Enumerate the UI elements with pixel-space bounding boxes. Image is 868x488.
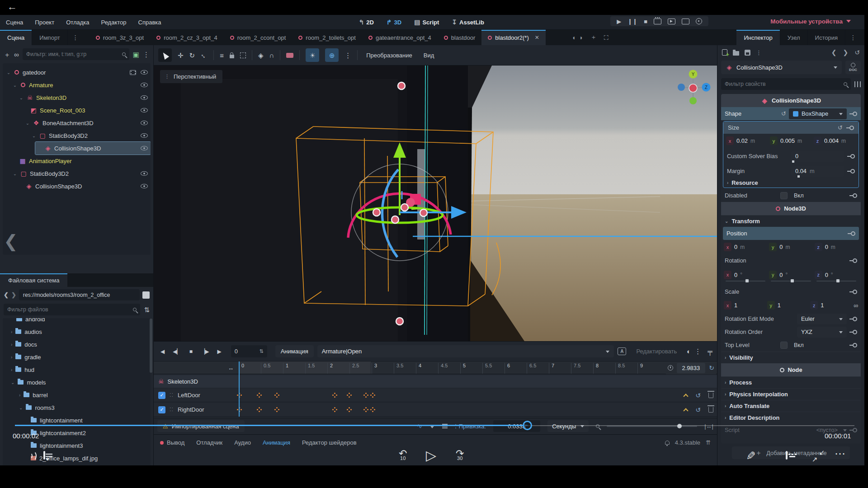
file-lamps-dif[interactable]: 2_office_lamps_dif.jpg bbox=[3, 452, 151, 465]
sun-toggle-button[interactable]: ☀ bbox=[306, 48, 319, 62]
size-x-field[interactable]: x0.02m bbox=[726, 136, 768, 145]
folder-gradle[interactable]: ›gradle bbox=[3, 351, 151, 363]
menu-project[interactable]: Проект bbox=[29, 19, 60, 26]
view-menu[interactable]: Вид bbox=[421, 52, 437, 59]
tab-filesystem[interactable]: Файловая система bbox=[0, 273, 67, 287]
shrink-icon[interactable]: ↙ ↗ bbox=[812, 450, 825, 463]
snap-value-box[interactable] bbox=[493, 420, 540, 432]
history-back-icon[interactable]: ❮ bbox=[831, 49, 837, 56]
tree-node-skeleton3d[interactable]: ⌄☠Skeleton3D bbox=[3, 91, 151, 104]
folder-audios[interactable]: ›audios bbox=[3, 325, 151, 338]
tree-node-gatedoor[interactable]: ⌄gatedoor bbox=[3, 66, 151, 79]
visibility-eye-icon[interactable] bbox=[141, 121, 148, 125]
key-icon[interactable] bbox=[849, 258, 857, 263]
shape-value-dropdown[interactable]: BoxShape bbox=[789, 108, 847, 119]
axis-x-ball[interactable] bbox=[689, 84, 697, 92]
tab-node[interactable]: Узел bbox=[780, 30, 808, 45]
keyframe-area[interactable] bbox=[154, 403, 717, 416]
timeline-ruler[interactable]: ↔ 00.511.522.533.544.555.566.577.588.59 bbox=[154, 361, 717, 374]
rotation-y-field[interactable]: y0° bbox=[769, 271, 812, 282]
inspector-dock-menu-icon[interactable]: ⋮ bbox=[845, 30, 861, 45]
anim-time-spinbox[interactable]: ⇅ bbox=[231, 345, 267, 357]
keyframe-icon[interactable] bbox=[349, 409, 350, 410]
position-x-field[interactable]: x0m bbox=[724, 243, 767, 251]
key-icon[interactable] bbox=[849, 193, 857, 197]
editor-description-group[interactable]: ›Editor Description bbox=[721, 412, 861, 423]
scene-dock-menu-icon[interactable]: ⋮ bbox=[68, 30, 83, 45]
axis-neg-y-ball[interactable] bbox=[689, 97, 697, 104]
scale-tool-icon[interactable]: ↔ bbox=[199, 50, 209, 60]
close-icon[interactable]: ✕ bbox=[535, 34, 539, 41]
lock-icon[interactable] bbox=[230, 55, 234, 58]
anim-menu-icon[interactable]: ⋮ bbox=[694, 348, 701, 355]
menu-scene[interactable]: Сцена bbox=[0, 19, 29, 26]
axis-neg-ball[interactable] bbox=[678, 84, 685, 91]
wrap-mode-icon[interactable]: ↺ bbox=[695, 406, 701, 413]
viewport-menu-icon[interactable]: ⋮ bbox=[165, 76, 170, 78]
anim-time-input[interactable] bbox=[235, 348, 259, 355]
folder-android[interactable]: android bbox=[3, 318, 151, 325]
visibility-eye-icon[interactable] bbox=[141, 184, 148, 188]
scene-tab[interactable]: room_2_ccont_opt bbox=[224, 30, 292, 45]
tab-forward-icon[interactable]: ◗ bbox=[579, 34, 583, 41]
scene-tab[interactable]: room_2_cz_3_opt_4 bbox=[150, 30, 224, 45]
rotation-edit-mode-dropdown[interactable]: Euler bbox=[797, 314, 847, 324]
anim-length-value[interactable]: 2.9833 bbox=[677, 363, 706, 373]
link-scale-icon[interactable]: ∞ bbox=[854, 302, 858, 309]
anim-step-fwd-icon[interactable]: ▕▶ bbox=[198, 348, 211, 355]
spin-arrows-icon[interactable]: ⇅ bbox=[259, 348, 263, 354]
keyframe-icon[interactable] bbox=[259, 409, 260, 410]
add-scene-icon[interactable]: ＋ bbox=[590, 33, 597, 42]
key-icon[interactable] bbox=[849, 330, 857, 334]
scene-tab[interactable]: gateaentrance_opt_4 bbox=[362, 30, 438, 45]
attach-script-icon[interactable]: ▣ bbox=[133, 51, 139, 58]
keyframe-area[interactable] bbox=[154, 389, 717, 402]
snap-magnet-icon[interactable]: ∩ bbox=[269, 52, 274, 59]
anim-play-icon[interactable]: ▶ bbox=[215, 348, 223, 355]
workspace-3d-button[interactable]: ↱3D bbox=[382, 18, 406, 27]
expand-icon[interactable]: ⛶ bbox=[604, 34, 609, 42]
visibility-eye-icon[interactable] bbox=[141, 108, 148, 113]
menu-help[interactable]: Справка bbox=[132, 19, 167, 26]
play-custom-scene-button[interactable] bbox=[682, 19, 689, 24]
add-node-icon[interactable]: ＋ bbox=[4, 51, 10, 58]
key-icon[interactable] bbox=[847, 154, 855, 158]
stop-button[interactable]: ■ bbox=[644, 19, 647, 24]
animation-name-dropdown[interactable]: Armature|Open bbox=[317, 345, 614, 357]
tab-scene-dock[interactable]: Сцена bbox=[0, 30, 32, 45]
pause-button[interactable]: ❙❙ bbox=[627, 19, 637, 24]
output-tab[interactable]: Вывод bbox=[160, 439, 184, 446]
notification-bell-icon[interactable] bbox=[665, 441, 670, 445]
key-icon[interactable] bbox=[849, 317, 857, 321]
update-mode-icon[interactable] bbox=[684, 408, 689, 413]
file-filter-input[interactable] bbox=[7, 306, 130, 313]
rotation-z-slider[interactable] bbox=[816, 281, 856, 282]
annotate-pencil-icon[interactable]: ✎ bbox=[746, 449, 756, 463]
tab-history[interactable]: История bbox=[808, 30, 845, 45]
subtitles-icon[interactable] bbox=[43, 452, 45, 459]
key-icon[interactable] bbox=[849, 290, 857, 294]
anim-skip-back-icon[interactable]: ◀ bbox=[158, 348, 167, 355]
rotation-x-slider[interactable] bbox=[726, 281, 765, 282]
workspace-assetlib-button[interactable]: ↧AssetLib bbox=[447, 18, 489, 27]
preview-menu-icon[interactable]: ⋮ bbox=[344, 52, 351, 59]
track-leftdoor[interactable]: ✓ ⁚⁚ LeftDoor ↺ bbox=[154, 389, 717, 402]
scale-y-field[interactable]: y1 bbox=[767, 301, 809, 310]
custom-solver-bias-field[interactable]: 0 bbox=[791, 151, 844, 162]
save-resource-icon[interactable] bbox=[745, 50, 750, 56]
key-icon[interactable] bbox=[849, 343, 857, 347]
resource-menu-icon[interactable]: ⋮ bbox=[756, 49, 762, 56]
key-icon[interactable] bbox=[847, 169, 855, 173]
keyframe-icon[interactable] bbox=[276, 409, 278, 410]
list-select-icon[interactable]: ≡ bbox=[220, 52, 224, 59]
tree-node-staticbody-1[interactable]: ⌄▢StaticBody3D2 bbox=[3, 129, 151, 142]
visibility-eye-icon[interactable] bbox=[141, 146, 148, 150]
debugger-tab[interactable]: Отладчик bbox=[196, 439, 222, 446]
key-icon[interactable] bbox=[846, 126, 854, 130]
folder-lightontainment3[interactable]: lightontainment3 bbox=[3, 439, 151, 452]
keyframe-icon[interactable] bbox=[365, 409, 367, 410]
key-icon[interactable] bbox=[848, 231, 855, 235]
audio-tab[interactable]: Аудио bbox=[234, 439, 251, 446]
folder-docs[interactable]: ›docs bbox=[3, 338, 151, 351]
delete-track-icon[interactable] bbox=[708, 407, 713, 413]
